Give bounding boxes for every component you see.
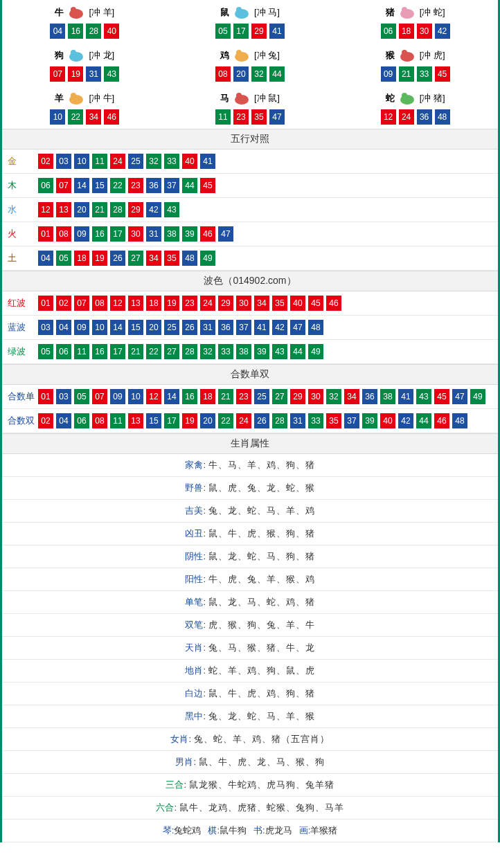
row-balls: 0108091617303138394647: [38, 226, 233, 242]
attr-value: 鼠、牛、虎、龙、马、猴、狗: [199, 757, 325, 767]
number-ball: 23: [182, 296, 197, 311]
attr-label: 双笔: [185, 620, 203, 630]
attr-row: 凶丑: 鼠、牛、虎、猴、狗、猪: [2, 523, 498, 545]
number-ball: 11: [92, 154, 107, 169]
number-ball: 24: [399, 109, 414, 125]
number-ball: 17: [110, 344, 125, 359]
number-ball: 38: [236, 344, 251, 359]
zodiac-balls: 11233547: [168, 109, 333, 125]
attr-label: 凶丑: [185, 528, 203, 539]
attr-colon: :: [203, 642, 208, 653]
attr-value: 鼠牛、龙鸡、虎猪、蛇猴、兔狗、马羊: [179, 802, 344, 813]
row-balls: 0103050709101214161821232527293032343638…: [38, 389, 485, 404]
number-ball: 17: [233, 24, 249, 39]
number-ball: 07: [74, 296, 89, 311]
number-ball: 20: [146, 320, 161, 335]
attr-colon: :: [203, 711, 208, 721]
main-frame: 牛[冲 羊]04162840鼠[冲 马]05172941猪[冲 蛇]061830…: [0, 0, 500, 842]
number-ball: 29: [251, 24, 267, 39]
zodiac-cell: 蛇[冲 猪]12243648: [332, 86, 498, 129]
attr-value: 蛇、羊、鸡、狗、鼠、虎: [208, 665, 315, 676]
number-ball: 46: [434, 413, 449, 428]
zodiac-conflict: [冲 兔]: [254, 49, 280, 62]
number-ball: 26: [110, 251, 125, 266]
number-ball: 25: [128, 154, 143, 169]
number-ball: 14: [164, 389, 179, 404]
attr-value: 鼠、龙、马、蛇、鸡、猪: [208, 597, 315, 607]
zodiac-conflict: [冲 鼠]: [254, 92, 280, 105]
data-row: 土04051819262734354849: [2, 246, 498, 271]
number-ball: 10: [50, 109, 65, 125]
zodiac-conflict: [冲 猪]: [420, 92, 445, 105]
row-label: 合数双: [8, 415, 38, 427]
attr-value: 兔、龙、蛇、马、羊、猴: [208, 711, 315, 721]
number-ball: 19: [92, 251, 107, 266]
zodiac-conflict: [冲 蛇]: [420, 6, 445, 19]
number-ball: 43: [104, 66, 119, 82]
number-ball: 23: [236, 389, 251, 404]
number-ball: 26: [254, 413, 269, 428]
number-ball: 34: [86, 109, 101, 125]
row-label: 水: [8, 204, 38, 216]
number-ball: 30: [308, 389, 323, 404]
number-ball: 28: [272, 413, 287, 428]
number-ball: 43: [272, 344, 287, 359]
svg-point-9: [236, 50, 242, 55]
data-row: 合数单0103050709101214161821232527293032343…: [2, 385, 498, 409]
zodiac-balls: 05172941: [168, 24, 333, 39]
number-ball: 32: [146, 154, 161, 169]
four-item-value: 鼠牛狗: [220, 825, 247, 835]
number-ball: 15: [92, 178, 107, 193]
number-ball: 45: [200, 178, 215, 193]
number-ball: 08: [92, 413, 107, 428]
zodiac-name: 鸡: [220, 49, 229, 62]
number-ball: 40: [104, 24, 119, 39]
number-ball: 20: [233, 66, 249, 82]
attr-colon: :: [203, 574, 208, 584]
number-ball: 34: [146, 251, 161, 266]
number-ball: 21: [92, 202, 107, 217]
attr-row: 单笔: 鼠、龙、马、蛇、鸡、猪: [2, 591, 498, 614]
zodiac-balls: 04162840: [2, 24, 168, 39]
zodiac-cell: 猴[冲 虎]09213345: [332, 43, 498, 86]
number-ball: 27: [164, 344, 179, 359]
row-balls: 0102070812131819232429303435404546: [38, 296, 341, 311]
zodiac-name: 鼠: [220, 6, 229, 19]
number-ball: 01: [38, 226, 53, 242]
four-item-key: 琴:: [163, 825, 175, 835]
zodiac-icon: [231, 47, 253, 64]
zodiac-balls: 10223446: [2, 109, 168, 125]
section-header-shuxing: 生肖属性: [2, 433, 498, 454]
attr-value: 兔、马、猴、猪、牛、龙: [208, 642, 315, 653]
row-label: 金: [8, 155, 38, 168]
number-ball: 18: [399, 24, 414, 39]
svg-point-15: [236, 93, 242, 98]
row-label: 土: [8, 252, 38, 264]
number-ball: 14: [74, 178, 89, 193]
number-ball: 25: [254, 389, 269, 404]
number-ball: 27: [272, 389, 287, 404]
number-ball: 18: [146, 296, 161, 311]
number-ball: 09: [74, 226, 89, 242]
attr-colon: :: [188, 734, 193, 744]
zodiac-icon: [231, 90, 253, 107]
number-ball: 48: [182, 251, 197, 266]
svg-point-7: [71, 50, 76, 55]
attr-row: 家禽: 牛、马、羊、鸡、狗、猪: [2, 454, 498, 477]
number-ball: 22: [218, 413, 233, 428]
number-ball: 03: [56, 389, 71, 404]
attr-value: 虎、猴、狗、兔、羊、牛: [208, 620, 315, 630]
number-ball: 24: [200, 296, 215, 311]
number-ball: 25: [164, 320, 179, 335]
number-ball: 16: [92, 226, 107, 242]
number-ball: 39: [182, 226, 197, 242]
number-ball: 16: [182, 389, 197, 404]
data-row: 水1213202128294243: [2, 198, 498, 222]
number-ball: 11: [74, 344, 89, 359]
number-ball: 32: [326, 389, 341, 404]
number-ball: 06: [74, 413, 89, 428]
zodiac-cell: 牛[冲 羊]04162840: [2, 0, 168, 43]
number-ball: 47: [452, 389, 467, 404]
number-ball: 38: [380, 389, 395, 404]
number-ball: 49: [470, 389, 485, 404]
